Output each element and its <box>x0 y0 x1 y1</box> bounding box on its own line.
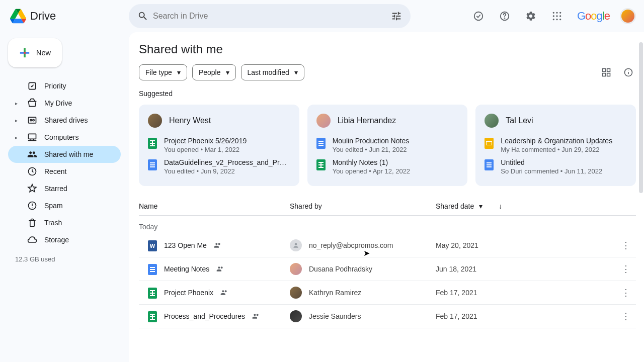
google-logo: Google <box>577 10 610 23</box>
sidebar-item-starred[interactable]: Starred <box>8 180 121 197</box>
person-avatar <box>148 114 162 128</box>
more-options-icon[interactable]: ⋮ <box>616 311 636 322</box>
file-meta: So Duri commented • Jun 11, 2022 <box>501 167 627 175</box>
app-name: Drive <box>30 10 56 23</box>
person-name: Tal Levi <box>506 116 533 125</box>
filter-people[interactable]: People▾ <box>192 64 236 80</box>
new-button[interactable]: New <box>8 38 62 67</box>
slides-icon <box>485 138 494 149</box>
sidebar-item-storage[interactable]: Storage <box>8 231 121 248</box>
grid-view-icon[interactable] <box>599 65 614 80</box>
suggested-person-card[interactable]: Henry WestProject Phoenix 5/26/2019You o… <box>139 105 299 186</box>
account-avatar[interactable] <box>620 8 636 24</box>
svg-point-7 <box>556 15 557 17</box>
person-avatar <box>485 114 499 128</box>
priority-icon <box>27 81 37 91</box>
table-row[interactable]: Process_and_ProceduresJessie SaundersFeb… <box>139 305 636 328</box>
table-row[interactable]: 123 Open Meno_reply@abcpromos.comMay 20,… <box>139 234 636 257</box>
svg-point-11 <box>559 19 561 20</box>
table-row[interactable]: Meeting NotesDusana PodhradskyJun 18, 20… <box>139 257 636 281</box>
svg-point-0 <box>474 12 483 21</box>
docs-icon <box>316 138 326 149</box>
sidebar-item-shared-with-me[interactable]: Shared with me <box>8 146 121 163</box>
suggested-file[interactable]: Project Phoenix 5/26/2019You opened • Ma… <box>148 137 290 153</box>
svg-point-24 <box>295 243 297 245</box>
search-box[interactable] <box>129 4 411 28</box>
file-name: 123 Open Me <box>164 241 207 249</box>
suggested-file[interactable]: DataGuidelines_v2_Process_and_Pr…You edi… <box>148 158 290 175</box>
shared-date: Jun 18, 2021 <box>436 265 616 273</box>
sidebar-item-my-drive[interactable]: ▸My Drive <box>8 95 121 112</box>
svg-point-4 <box>556 12 557 14</box>
more-options-icon[interactable]: ⋮ <box>616 287 636 298</box>
scrollbar[interactable] <box>639 42 643 193</box>
person-name: Libia Hernandez <box>338 116 396 125</box>
computers-icon <box>27 132 37 142</box>
person-avatar <box>316 114 331 128</box>
suggested-file[interactable]: Monthly Notes (1)You opened • Apr 12, 20… <box>316 158 459 175</box>
svg-point-15 <box>33 119 34 121</box>
chevron-down-icon: ▾ <box>177 68 181 76</box>
col-header-name[interactable]: Name <box>139 202 290 210</box>
info-icon[interactable] <box>621 65 636 80</box>
sharer-avatar <box>290 287 302 299</box>
table-row[interactable]: Project PhoenixKathryn RamirezFeb 17, 20… <box>139 281 636 305</box>
filter-file-type[interactable]: File type▾ <box>139 64 187 80</box>
logo-area[interactable]: Drive <box>8 8 129 24</box>
file-meta: You opened • Apr 12, 2022 <box>333 167 459 175</box>
svg-rect-16 <box>29 134 36 139</box>
svg-rect-19 <box>603 69 606 72</box>
person-name: Henry West <box>169 116 211 125</box>
storage-used: 12.3 GB used <box>8 248 121 270</box>
group-label: Today <box>139 216 636 234</box>
col-header-shared-date[interactable]: Shared date ▾ ↓ <box>436 202 636 210</box>
file-name: Project Phoenix <box>164 289 213 297</box>
svg-rect-22 <box>607 73 610 76</box>
drive-logo-icon <box>10 8 26 24</box>
search-input[interactable] <box>153 12 386 21</box>
sidebar-item-priority[interactable]: Priority <box>8 77 121 95</box>
arrow-down-icon: ↓ <box>499 202 502 210</box>
suggested-person-card[interactable]: Tal LeviLeadership & Organization Update… <box>475 105 636 186</box>
sheets-icon <box>316 159 326 170</box>
ready-offline-icon[interactable] <box>468 6 489 26</box>
sharer-name: no_reply@abcpromos.com <box>309 241 393 249</box>
suggested-file[interactable]: Moulin Production NotesYou edited • Jun … <box>316 137 459 153</box>
shared-badge-icon <box>216 265 224 273</box>
apps-icon[interactable] <box>547 6 567 26</box>
svg-point-8 <box>559 15 561 17</box>
sidebar-item-trash[interactable]: Trash <box>8 214 121 231</box>
sharer-name: Kathryn Ramirez <box>309 289 361 297</box>
page-title: Shared with me <box>139 42 636 56</box>
search-icon[interactable] <box>133 6 153 26</box>
trash-icon <box>27 218 37 228</box>
file-name: Meeting Notes <box>164 265 209 273</box>
col-header-shared-by[interactable]: Shared by <box>290 202 436 210</box>
file-meta: You edited • Jun 21, 2022 <box>333 146 459 153</box>
more-options-icon[interactable]: ⋮ <box>616 240 636 251</box>
shared-badge-icon <box>220 289 228 297</box>
more-options-icon[interactable]: ⋮ <box>616 263 636 275</box>
suggested-person-card[interactable]: Libia HernandezMoulin Production NotesYo… <box>307 105 468 186</box>
sidebar-item-spam[interactable]: Spam <box>8 197 121 214</box>
file-meta: You opened • Mar 1, 2022 <box>164 146 290 153</box>
docs-icon <box>148 159 157 170</box>
suggested-file[interactable]: UntitledSo Duri commented • Jun 11, 2022 <box>485 158 627 175</box>
sidebar-item-recent[interactable]: Recent <box>8 163 121 180</box>
svg-rect-21 <box>603 73 606 76</box>
help-icon[interactable] <box>495 6 515 26</box>
shared-date: May 20, 2021 <box>436 241 616 249</box>
filter-last-modified[interactable]: Last modified▾ <box>241 64 304 80</box>
search-options-icon[interactable] <box>386 6 407 26</box>
sharer-name: Jessie Saunders <box>309 312 361 320</box>
sidebar-item-computers[interactable]: ▸Computers <box>8 129 121 146</box>
sharer-avatar <box>290 239 302 251</box>
sidebar-item-shared-drives[interactable]: ▸Shared drives <box>8 112 121 129</box>
shared-date: Feb 17, 2021 <box>436 289 616 297</box>
file-title: Monthly Notes (1) <box>333 158 459 166</box>
suggested-file[interactable]: Leadership & Organization UpdatesMy Ha c… <box>485 137 627 153</box>
sharer-avatar <box>290 310 302 322</box>
shared-badge-icon <box>214 241 222 249</box>
file-meta: My Ha commented • Jun 29, 2022 <box>501 146 627 153</box>
settings-icon[interactable] <box>521 6 541 26</box>
